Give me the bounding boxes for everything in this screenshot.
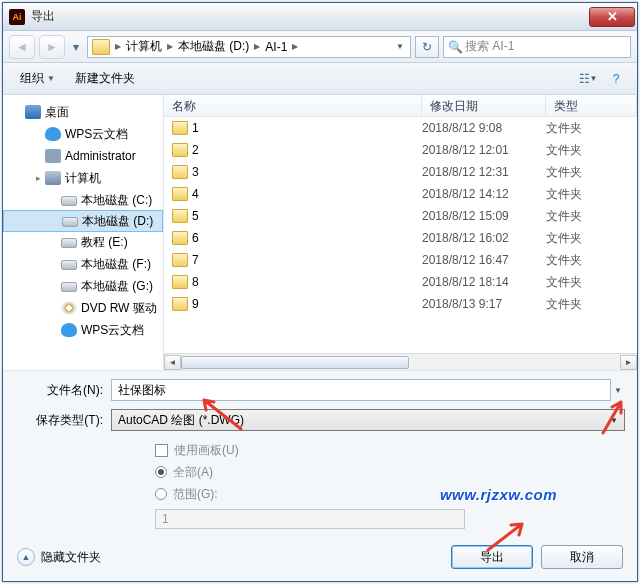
folder-icon <box>172 231 188 245</box>
chevron-right-icon[interactable]: ▶ <box>164 42 176 51</box>
file-list[interactable]: 12018/8/12 9:08文件夹22018/8/12 12:01文件夹320… <box>164 117 637 353</box>
navigation-tree[interactable]: 桌面 WPS云文档Administrator▸计算机本地磁盘 (C:)本地磁盘 … <box>3 95 164 370</box>
filename-dropdown[interactable]: ▼ <box>611 386 625 395</box>
cancel-button[interactable]: 取消 <box>541 545 623 569</box>
folder-icon <box>172 143 188 157</box>
tree-root-desktop[interactable]: 桌面 <box>3 101 163 123</box>
export-dialog: Ai 导出 ✕ ◄ ► ▾ ▶ 计算机 ▶ 本地磁盘 (D:) ▶ AI-1 ▶… <box>2 2 638 582</box>
file-row[interactable]: 12018/8/12 9:08文件夹 <box>164 117 637 139</box>
address-bar[interactable]: ▶ 计算机 ▶ 本地磁盘 (D:) ▶ AI-1 ▶ ▼ <box>87 36 411 58</box>
all-radio[interactable] <box>155 466 167 478</box>
tree-item[interactable]: Administrator <box>3 145 163 167</box>
drive-icon <box>62 217 78 227</box>
tree-item[interactable]: 本地磁盘 (D:) <box>3 210 163 232</box>
drive-icon <box>61 282 77 292</box>
desktop-icon <box>25 105 41 119</box>
folder-icon <box>172 253 188 267</box>
folder-icon <box>172 187 188 201</box>
drive-icon <box>45 149 61 163</box>
filename-label: 文件名(N): <box>15 382 111 399</box>
breadcrumb-segment[interactable]: 计算机 <box>124 38 164 55</box>
scroll-track[interactable] <box>181 355 620 370</box>
folder-icon <box>172 275 188 289</box>
titlebar: Ai 导出 ✕ <box>3 3 637 31</box>
file-row[interactable]: 62018/8/12 16:02文件夹 <box>164 227 637 249</box>
chevron-right-icon[interactable]: ▶ <box>112 42 124 51</box>
tree-item[interactable]: DVD RW 驱动 <box>3 297 163 319</box>
hide-folders-button[interactable]: ▲ 隐藏文件夹 <box>17 548 101 566</box>
scroll-left-button[interactable]: ◄ <box>164 355 181 370</box>
tree-item[interactable]: 本地磁盘 (C:) <box>3 189 163 211</box>
chevron-right-icon[interactable]: ▶ <box>289 42 301 51</box>
address-dropdown[interactable]: ▼ <box>392 42 408 51</box>
tree-item[interactable]: WPS云文档 <box>3 319 163 341</box>
use-artboard-label: 使用画板(U) <box>174 442 239 459</box>
tree-item[interactable]: 本地磁盘 (G:) <box>3 275 163 297</box>
file-pane: 名称 修改日期 类型 12018/8/12 9:08文件夹22018/8/12 … <box>164 95 637 370</box>
history-dropdown[interactable]: ▾ <box>69 35 83 59</box>
all-label: 全部(A) <box>173 464 213 481</box>
filetype-label: 保存类型(T): <box>15 412 111 429</box>
drive-icon <box>61 238 77 248</box>
folder-icon <box>172 209 188 223</box>
filetype-combo[interactable]: AutoCAD 绘图 (*.DWG) ▼ <box>111 409 625 431</box>
breadcrumb-segment[interactable]: AI-1 <box>263 40 289 54</box>
breadcrumb-segment[interactable]: 本地磁盘 (D:) <box>176 38 251 55</box>
file-row[interactable]: 32018/8/12 12:31文件夹 <box>164 161 637 183</box>
window-title: 导出 <box>31 8 589 25</box>
close-button[interactable]: ✕ <box>589 7 635 27</box>
file-row[interactable]: 22018/8/12 12:01文件夹 <box>164 139 637 161</box>
drive-icon <box>61 196 77 206</box>
folder-icon <box>172 297 188 311</box>
chevron-right-icon[interactable]: ▶ <box>251 42 263 51</box>
tree-item[interactable]: 教程 (E:) <box>3 231 163 253</box>
file-row[interactable]: 82018/8/12 18:14文件夹 <box>164 271 637 293</box>
range-label: 范围(G): <box>173 486 218 503</box>
range-input[interactable]: 1 <box>155 509 465 529</box>
scroll-thumb[interactable] <box>181 356 409 369</box>
chevron-down-icon: ▼ <box>606 416 622 425</box>
options: 使用画板(U) 全部(A) 范围(G): 1 <box>15 439 625 529</box>
tree-item[interactable]: ▸计算机 <box>3 167 163 189</box>
column-date[interactable]: 修改日期 <box>422 95 546 116</box>
chevron-down-icon: ▼ <box>47 74 55 83</box>
file-row[interactable]: 42018/8/12 14:12文件夹 <box>164 183 637 205</box>
drive-icon <box>61 301 77 315</box>
help-button[interactable]: ? <box>603 68 629 90</box>
tree-item[interactable]: 本地磁盘 (F:) <box>3 253 163 275</box>
column-headers: 名称 修改日期 类型 <box>164 95 637 117</box>
body: 桌面 WPS云文档Administrator▸计算机本地磁盘 (C:)本地磁盘 … <box>3 95 637 370</box>
chevron-up-icon: ▲ <box>17 548 35 566</box>
horizontal-scrollbar[interactable]: ◄ ► <box>164 353 637 370</box>
view-options-button[interactable]: ☷ ▼ <box>575 68 601 90</box>
search-placeholder: 搜索 AI-1 <box>465 38 514 55</box>
organize-button[interactable]: 组织 ▼ <box>11 65 64 92</box>
file-row[interactable]: 72018/8/12 16:47文件夹 <box>164 249 637 271</box>
refresh-button[interactable]: ↻ <box>415 36 439 58</box>
column-type[interactable]: 类型 <box>546 95 637 116</box>
drive-icon <box>45 127 61 141</box>
toolbar: 组织 ▼ 新建文件夹 ☷ ▼ ? <box>3 63 637 95</box>
drive-icon <box>61 260 77 270</box>
form: 文件名(N): ▼ 保存类型(T): AutoCAD 绘图 (*.DWG) ▼ … <box>3 370 637 535</box>
new-folder-button[interactable]: 新建文件夹 <box>66 65 144 92</box>
drive-icon <box>61 323 77 337</box>
search-input[interactable]: 🔍 搜索 AI-1 <box>443 36 631 58</box>
back-button[interactable]: ◄ <box>9 35 35 59</box>
folder-icon <box>172 165 188 179</box>
range-radio[interactable] <box>155 488 167 500</box>
folder-icon <box>172 121 188 135</box>
column-name[interactable]: 名称 <box>164 95 422 116</box>
drive-icon <box>45 171 61 185</box>
use-artboard-checkbox[interactable] <box>155 444 168 457</box>
scroll-right-button[interactable]: ► <box>620 355 637 370</box>
file-row[interactable]: 52018/8/12 15:09文件夹 <box>164 205 637 227</box>
folder-icon <box>92 39 110 55</box>
forward-button[interactable]: ► <box>39 35 65 59</box>
export-button[interactable]: 导出 <box>451 545 533 569</box>
file-row[interactable]: 92018/8/13 9:17文件夹 <box>164 293 637 315</box>
footer: ▲ 隐藏文件夹 导出 取消 <box>3 535 637 581</box>
filename-input[interactable] <box>111 379 611 401</box>
app-icon: Ai <box>9 9 25 25</box>
tree-item[interactable]: WPS云文档 <box>3 123 163 145</box>
